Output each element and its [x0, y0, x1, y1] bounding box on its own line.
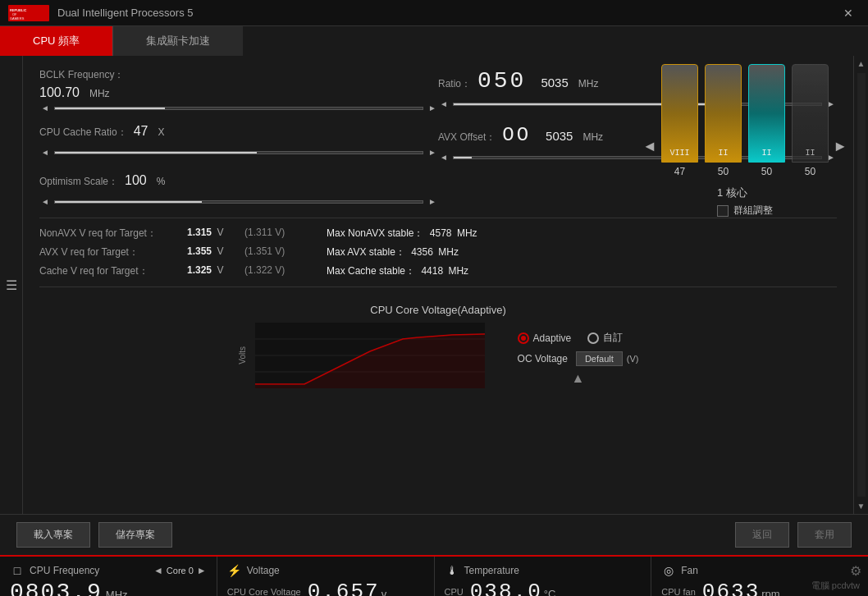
voltage-chart [255, 323, 485, 388]
bclk-track [54, 107, 423, 110]
cores-label: 1 核心 [717, 186, 773, 200]
cache-label: CPU Cache Ratio： [39, 126, 127, 140]
oc-up-arrow[interactable]: ▲ [572, 371, 585, 386]
sidebar-toggle[interactable]: ☰ [0, 56, 23, 514]
cpu-core-v-value: 0.657 [308, 581, 380, 596]
status-bar: □ CPU Frequency ◄ Core 0 ► 0803.9 MHz 10… [0, 555, 868, 596]
cache-left-arrow[interactable]: ◄ [39, 146, 51, 158]
scroll-down[interactable]: ▼ [854, 498, 868, 514]
adaptive-radio-circle [518, 332, 529, 344]
status-voltage: ⚡ Voltage CPU Core Voltage 0.657 v +12V … [217, 557, 435, 596]
cpu-fan-value: 0633 [702, 581, 760, 596]
voltage-chart-title: CPU Core Voltage(Adaptive) [370, 304, 505, 316]
bclk-right-arrow[interactable]: ► [427, 102, 438, 114]
avx-left-arrow[interactable]: ◄ [438, 151, 450, 163]
content-panel: BCLK Frequency： 100.70 MHz ◄ ► Ratio： 05… [23, 56, 853, 514]
avx-v-label: AVX V req for Target： [39, 245, 187, 259]
optimism-label: Optimism Scale： [39, 175, 118, 189]
group-checkbox[interactable] [717, 205, 729, 217]
ram-stick-1: VIII [661, 64, 698, 163]
oc-default-btn[interactable]: Default [576, 351, 623, 366]
ram-stick-2: II [705, 64, 742, 163]
ram-num-2: 50 [718, 166, 729, 177]
core-label: Core 0 [167, 566, 194, 575]
cache-v-value: 1.325 V [187, 264, 244, 278]
fan-title: Fan [681, 565, 698, 576]
adaptive-radio[interactable]: Adaptive [518, 332, 572, 344]
optimism-col: Optimism Scale： 100 % ◄ ► [39, 173, 438, 208]
hamburger-icon: ☰ [6, 277, 17, 293]
ram-prev-arrow[interactable]: ◄ [642, 138, 657, 155]
bclk-col: BCLK Frequency： 100.70 MHz ◄ ► [39, 68, 438, 114]
optimism-unit: % [157, 176, 166, 187]
apply-button[interactable]: 套用 [797, 522, 852, 548]
tab-bar: CPU 頻率 集成顯卡加速 [0, 26, 868, 56]
temp-header: 🌡 Temperature [445, 563, 642, 578]
oc-voltage-row: OC Voltage Default (V) [518, 351, 639, 366]
nonavx-row: NonAVX V req for Target： 1.315 V (1.311 … [39, 227, 837, 241]
core-next[interactable]: ► [197, 565, 207, 576]
optimism-slider[interactable]: ◄ ► [39, 195, 438, 208]
rog-logo: REPUBLIC OF GAMERS [8, 3, 49, 23]
cpu-temp-label: CPU [445, 587, 464, 596]
cpu-temp-unit: °C [544, 588, 556, 596]
cpu-icon: □ [10, 563, 25, 578]
cache-right-arrow[interactable]: ► [427, 146, 438, 158]
core-prev[interactable]: ◄ [153, 565, 163, 576]
opt-left-arrow[interactable]: ◄ [39, 195, 51, 208]
load-button[interactable]: 載入專案 [16, 522, 90, 548]
save-button[interactable]: 儲存專案 [98, 522, 172, 548]
nonavx-value: 1.315 V [187, 227, 244, 241]
bclk-value: 100.70 [39, 85, 80, 100]
tab-cpu[interactable]: CPU 頻率 [0, 26, 112, 56]
oc-unit: (V) [627, 354, 639, 364]
temp-icon: 🌡 [445, 563, 459, 578]
fan-icon: ◎ [661, 563, 676, 578]
ram-stick-4: II [792, 64, 829, 163]
status-temperature: 🌡 Temperature CPU 038.0 °C MotherBoard 3… [435, 557, 652, 596]
voltage-title: Voltage [247, 565, 280, 576]
ratio-left-arrow[interactable]: ◄ [438, 98, 450, 110]
ram-next-arrow[interactable]: ► [833, 138, 847, 155]
action-bar: 載入專案 儲存專案 返回 套用 [0, 514, 868, 555]
avx-label: AVX Offset： [438, 131, 496, 144]
main-content: ☰ BCLK Frequency： 100.70 MHz ◄ ► [0, 56, 868, 514]
opt-right-arrow[interactable]: ► [427, 195, 438, 208]
scroll-up[interactable]: ▲ [854, 56, 868, 71]
cache-unit: X [158, 126, 165, 138]
tab-gpu[interactable]: 集成顯卡加速 [112, 26, 243, 56]
cpu-fan-unit: rpm [761, 588, 779, 596]
cache-col: CPU Cache Ratio： 47 X ◄ ► [39, 124, 438, 158]
gear-icon[interactable]: ⚙ [850, 563, 861, 579]
cpu-core-v-unit: v [381, 588, 387, 596]
status-cpu-freq: □ CPU Frequency ◄ Core 0 ► 0803.9 MHz 10… [0, 557, 217, 596]
cache-slider[interactable]: ◄ ► [39, 146, 438, 158]
divider-2 [39, 287, 837, 287]
cpu-temp-value: 038.0 [470, 581, 542, 596]
avx-bracket: (1.351 V) [244, 245, 310, 259]
cache-value: 47 [134, 124, 148, 139]
adaptive-radio-dot [521, 336, 526, 341]
close-button[interactable]: ✕ [837, 5, 860, 21]
ratio-freq: 5035 [541, 76, 568, 89]
cpu-freq-unit: MHz [106, 589, 128, 596]
group-adjust[interactable]: 群組調整 [717, 204, 773, 218]
bclk-left-arrow[interactable]: ◄ [39, 102, 51, 114]
avx-row: AVX V req for Target： 1.355 V (1.351 V) … [39, 245, 837, 259]
nonavx-label: NonAVX V req for Target： [39, 227, 187, 241]
ratio-label: Ratio： [438, 77, 471, 91]
opt-track [54, 200, 423, 204]
custom-radio[interactable]: 自訂 [587, 331, 623, 345]
scroll-track[interactable] [857, 73, 866, 497]
back-button[interactable]: 返回 [735, 522, 789, 548]
custom-radio-circle [587, 332, 599, 344]
mode-radio-group: Adaptive 自訂 [518, 331, 639, 345]
bclk-slider[interactable]: ◄ ► [39, 102, 438, 114]
group-label: 群組調整 [733, 204, 773, 218]
bclk-label: BCLK Frequency： [39, 68, 438, 82]
avx-freq: 5035 [546, 129, 573, 143]
voltage-icon: ⚡ [227, 563, 242, 578]
cpu-freq-header: □ CPU Frequency ◄ Core 0 ► [10, 563, 207, 578]
max-cache-label: Max Cache stable： 4418 MHz [327, 264, 468, 278]
window-title: Dual Intelligent Processors 5 [57, 7, 837, 19]
